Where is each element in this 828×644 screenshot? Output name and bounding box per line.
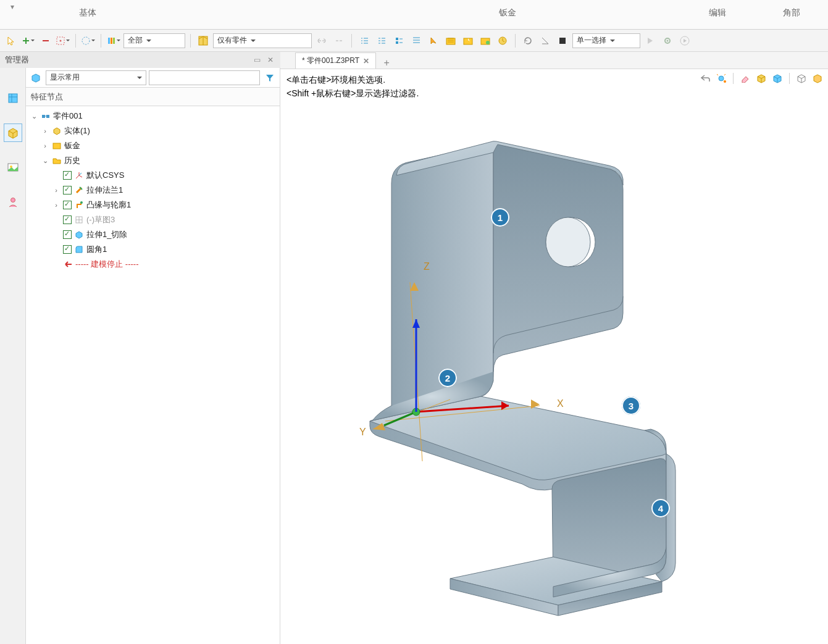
svg-rect-7 <box>396 38 398 40</box>
funnel-icon[interactable] <box>262 70 277 85</box>
expand-icon[interactable]: ⌄ <box>30 112 38 120</box>
cube-blue-icon[interactable] <box>771 72 784 85</box>
list4-icon[interactable] <box>409 33 424 48</box>
eraser-icon[interactable] <box>738 72 752 85</box>
svg-rect-5 <box>113 38 115 44</box>
tree-node-contour[interactable]: ›凸缘与轮廓1 <box>27 198 278 212</box>
folder-pointer-icon[interactable] <box>461 33 475 48</box>
checkbox-icon[interactable] <box>63 171 72 180</box>
unlink-icon[interactable] <box>332 33 346 48</box>
folder-icon[interactable] <box>443 33 458 48</box>
filter-input[interactable] <box>149 70 260 85</box>
add-icon[interactable] <box>21 33 36 48</box>
document-tab[interactable]: * 零件001.Z3PRT ✕ <box>295 52 376 69</box>
tree-node-sketch[interactable]: (-)草图3 <box>27 212 278 227</box>
callout-2: 2 <box>438 369 457 387</box>
axis-x-label: X <box>557 398 564 409</box>
selection-box-icon[interactable] <box>56 33 70 48</box>
ribbon-tab-base[interactable]: 基体 <box>25 0 111 29</box>
tree-node-sheetmetal[interactable]: ›钣金 <box>27 138 278 153</box>
clock-icon[interactable] <box>495 33 510 48</box>
pointer-icon[interactable] <box>426 33 441 48</box>
ribbon-tab-sheetmetal[interactable]: 钣金 <box>111 0 531 29</box>
folder-clock-icon[interactable] <box>478 33 493 48</box>
document-tabs: * 零件001.Z3PRT ✕ + <box>280 52 828 69</box>
restore-icon[interactable]: ▭ <box>252 55 262 65</box>
expand-icon[interactable]: ⌄ <box>41 157 49 165</box>
remove-icon[interactable] <box>38 33 53 48</box>
refresh-icon[interactable] <box>521 33 535 48</box>
expand-icon[interactable]: › <box>52 186 61 194</box>
close-icon[interactable]: ✕ <box>266 55 275 65</box>
ribbon-tab-label: 钣金 <box>499 7 516 22</box>
link-icon[interactable] <box>314 33 329 48</box>
layers-icon[interactable] <box>106 33 121 48</box>
side-image-icon[interactable] <box>4 158 22 177</box>
svg-point-30 <box>546 217 590 267</box>
part-box-icon[interactable] <box>196 33 211 48</box>
list2-icon[interactable] <box>374 33 389 48</box>
tree-node-extrude-cut[interactable]: 拉伸1_切除 <box>27 227 278 242</box>
select-mode-select[interactable]: 单一选择 <box>572 33 640 48</box>
display-common-select[interactable]: 显示常用 <box>46 70 146 85</box>
svg-point-21 <box>10 198 15 203</box>
wireframe-cube-icon[interactable] <box>795 72 808 85</box>
checkbox-icon[interactable] <box>63 230 72 239</box>
tree-node-solid[interactable]: ›实体(1) <box>27 123 278 138</box>
side-user-icon[interactable] <box>4 193 22 211</box>
expand-icon[interactable]: › <box>41 142 49 149</box>
list1-icon[interactable] <box>357 33 372 48</box>
svg-marker-36 <box>531 399 540 409</box>
svg-point-12 <box>486 41 490 44</box>
svg-point-1 <box>60 40 62 41</box>
manager-title: 管理器 ▭ ✕ <box>0 52 280 68</box>
tree-node-flange[interactable]: ›拉伸法兰1 <box>27 183 278 198</box>
fillet-icon <box>74 245 84 254</box>
filter-all-select[interactable]: 全部 <box>123 33 185 48</box>
list3-icon[interactable] <box>391 33 406 48</box>
close-tab-icon[interactable]: ✕ <box>363 57 369 65</box>
undo-view-icon[interactable] <box>698 72 712 85</box>
tree-node-stop[interactable]: ----- 建模停止 ----- <box>27 257 278 272</box>
tree-columns-header: 特征节点 <box>26 88 280 106</box>
manager-title-label: 管理器 <box>5 54 29 65</box>
selection-circle-icon[interactable] <box>81 33 96 48</box>
tree-node-history[interactable]: ⌄历史 <box>27 153 278 168</box>
cursor-icon[interactable] <box>4 33 19 48</box>
tree-header-label: 特征节点 <box>31 91 63 102</box>
svg-rect-24 <box>53 143 61 149</box>
gear-icon[interactable] <box>660 33 675 48</box>
tree-node-fillet[interactable]: 圆角1 <box>27 242 278 257</box>
cube-gold-icon[interactable] <box>811 72 824 85</box>
tree-node-root[interactable]: ⌄零件001 <box>27 109 278 123</box>
checkbox-icon[interactable] <box>63 215 72 224</box>
svg-rect-8 <box>396 41 398 44</box>
checkbox-icon[interactable] <box>63 201 72 209</box>
part-model: X Y Z <box>280 69 824 625</box>
view-toolbar <box>698 72 824 85</box>
cube-small-icon[interactable] <box>28 70 43 85</box>
add-tab-icon[interactable]: + <box>380 57 393 69</box>
arrow-icon[interactable] <box>643 33 658 48</box>
angle-icon[interactable] <box>538 33 553 48</box>
checkbox-icon[interactable] <box>63 186 72 194</box>
solid-icon <box>52 126 62 136</box>
filter-parts-select[interactable]: 仅有零件 <box>213 33 312 48</box>
ribbon-tab-label: 角部 <box>783 7 800 22</box>
stop-rec-icon[interactable] <box>555 33 570 48</box>
side-box-icon[interactable] <box>4 123 22 142</box>
side-cube-icon[interactable] <box>4 89 22 107</box>
cube-yellow-icon[interactable] <box>755 72 768 85</box>
ribbon-handle[interactable]: ▾ <box>0 0 25 29</box>
tree-node-csys[interactable]: 默认CSYS <box>27 168 278 183</box>
ribbon-tab-corner[interactable]: 角部 <box>741 0 815 29</box>
callout-3: 3 <box>622 396 640 415</box>
rotate-view-icon[interactable] <box>714 72 728 85</box>
expand-icon[interactable]: › <box>52 201 61 209</box>
play-icon[interactable] <box>677 33 692 48</box>
expand-icon[interactable]: › <box>41 127 49 135</box>
checkbox-icon[interactable] <box>63 245 72 254</box>
3d-canvas[interactable]: <单击右键>环境相关选项. <Shift +鼠标右键>显示选择过滤器. <box>280 69 828 644</box>
svg-rect-14 <box>559 38 566 44</box>
ribbon-tab-edit[interactable]: 编辑 <box>531 0 741 29</box>
